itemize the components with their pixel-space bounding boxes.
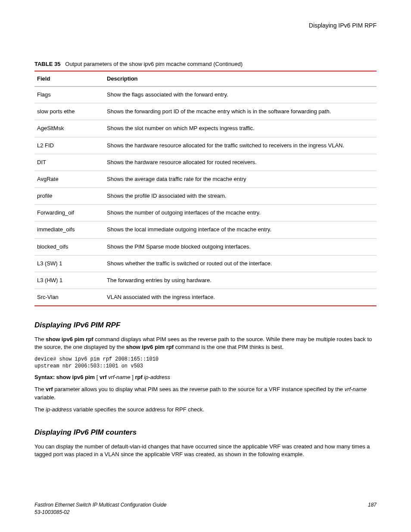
table-row: Src-VlanVLAN associated with the ingress… — [34, 289, 377, 306]
cell-desc: VLAN associated with the ingress interfa… — [104, 289, 377, 306]
cell-field: blocked_oifs — [34, 238, 104, 255]
cell-field: immediate_oifs — [34, 221, 104, 238]
rpf-paragraph-1: The show ipv6 pim rpf command displays w… — [34, 336, 377, 351]
cell-desc: Shows the hardware resource allocated fo… — [104, 154, 377, 171]
table-row: profileShows the profile ID associated w… — [34, 188, 377, 205]
cell-desc: Shows the PIM Sparse mode blocked outgoi… — [104, 238, 377, 255]
table-row: blocked_oifsShows the PIM Sparse mode bl… — [34, 238, 377, 255]
table-row: L2 FIDShows the hardware resource alloca… — [34, 137, 377, 154]
cell-field: Flags — [34, 86, 104, 103]
cell-desc: Shows the average data traffic rate for … — [104, 171, 377, 187]
cell-desc: Shows the profile ID associated with the… — [104, 188, 377, 205]
table-row: L3 (HW) 1The forwarding entries by using… — [34, 272, 377, 289]
cell-field: AgeSltMsk — [34, 120, 104, 137]
cell-desc: Shows the hardware resource allocated fo… — [104, 137, 377, 154]
cell-desc: Shows the local immediate outgoing inter… — [104, 221, 377, 238]
table-row: FlagsShow the flags associated with the … — [34, 86, 377, 103]
table-row: immediate_oifsShows the local immediate … — [34, 221, 377, 238]
table-row: L3 (SW) 1Shows whether the traffic is sw… — [34, 255, 377, 272]
cell-desc: Shows the number of outgoing interfaces … — [104, 205, 377, 221]
cell-field: DIT — [34, 154, 104, 171]
section-title-rpf: Displaying IPv6 PIM RPF — [34, 320, 377, 330]
table-row: slow ports etheShows the forwarding port… — [34, 103, 377, 120]
page-header-right: Displaying IPv6 PIM RPF — [34, 22, 377, 30]
rpf-paragraph-3: The ip-address variable specifies the so… — [34, 406, 377, 414]
page-footer: FastIron Ethernet Switch IP Multicast Co… — [34, 501, 377, 516]
page-number: 187 — [368, 501, 377, 516]
table-caption: TABLE 35 Output parameters of the show i… — [34, 60, 377, 68]
counters-paragraph-1: You can display the number of default-vl… — [34, 443, 377, 458]
table-row: Forwarding_oifShows the number of outgoi… — [34, 205, 377, 221]
cell-field: Src-Vlan — [34, 289, 104, 306]
table-label: TABLE 35 — [34, 61, 60, 67]
cell-desc: Shows the forwarding port ID of the mcac… — [104, 103, 377, 120]
table-row: AvgRateShows the average data traffic ra… — [34, 171, 377, 187]
col-description: Description — [104, 71, 377, 87]
cell-field: L3 (SW) 1 — [34, 255, 104, 272]
cell-desc: Show the flags associated with the forwa… — [104, 86, 377, 103]
cell-desc: Shows whether the traffic is switched or… — [104, 255, 377, 272]
table-caption-text: Output parameters of the show ipv6 pim m… — [65, 61, 243, 67]
table-row: DITShows the hardware resource allocated… — [34, 154, 377, 171]
syntax-line: Syntax: show ipv6 pim [ vrf vrf-name ] r… — [34, 373, 377, 381]
cell-field: AvgRate — [34, 171, 104, 187]
cell-field: Forwarding_oif — [34, 205, 104, 221]
cell-desc: The forwarding entries by using hardware… — [104, 272, 377, 289]
cell-desc: Shows the slot number on which MP expect… — [104, 120, 377, 137]
code-block-rpf: device# show ipv6 pim rpf 2008:165::1010… — [34, 356, 377, 370]
col-field: Field — [34, 71, 104, 87]
rpf-paragraph-2: The vrf parameter allows you to display … — [34, 386, 377, 401]
cell-field: profile — [34, 188, 104, 205]
cell-field: L3 (HW) 1 — [34, 272, 104, 289]
section-title-counters: Displaying IPv6 PIM counters — [34, 427, 377, 438]
footer-doc-number: 53-1003085-02 — [34, 509, 166, 516]
cell-field: slow ports ethe — [34, 103, 104, 120]
output-parameters-table: Field Description FlagsShow the flags as… — [34, 71, 377, 307]
footer-doc-title: FastIron Ethernet Switch IP Multicast Co… — [34, 501, 166, 509]
cell-field: L2 FID — [34, 137, 104, 154]
table-row: AgeSltMskShows the slot number on which … — [34, 120, 377, 137]
